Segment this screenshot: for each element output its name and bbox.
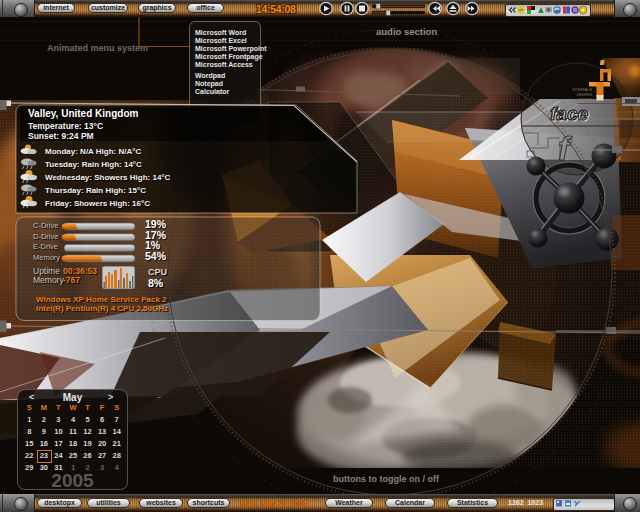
svg-text:DESIRES: DESIRES bbox=[577, 93, 593, 97]
svg-text:DESIGN: DESIGN bbox=[579, 98, 593, 102]
svg-text:face: face bbox=[550, 103, 588, 124]
svg-text:INTERFACE: INTERFACE bbox=[572, 88, 592, 92]
